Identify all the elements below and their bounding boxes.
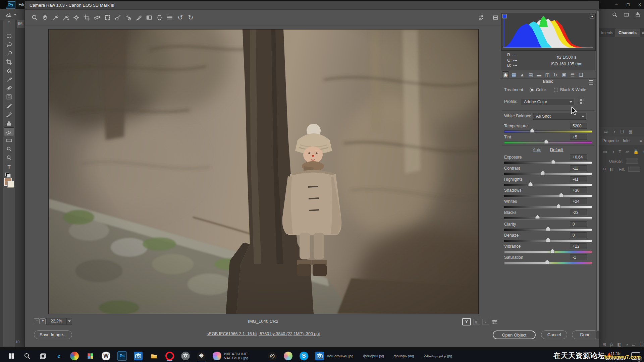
highlight-clipping-indicator[interactable]: ▲ xyxy=(590,14,594,18)
spiral-app-icon[interactable]: ◎ xyxy=(268,352,277,360)
slider-track[interactable] xyxy=(504,130,592,133)
slider-track[interactable] xyxy=(504,206,592,208)
minimize-button[interactable]: ─ xyxy=(615,2,618,7)
slider-thumb[interactable] xyxy=(556,204,561,208)
preferences-icon[interactable] xyxy=(165,12,175,22)
eraser-tool[interactable] xyxy=(4,127,14,136)
done-button[interactable]: Done xyxy=(572,330,599,339)
slider-value[interactable]: 0 xyxy=(570,221,587,227)
task-view-button[interactable] xyxy=(39,352,47,360)
sponge-tool[interactable] xyxy=(4,145,14,154)
toggle-preview-cycle-icon[interactable] xyxy=(476,13,486,23)
slider-value[interactable]: 0 xyxy=(570,232,587,238)
palette-app-icon[interactable] xyxy=(284,352,292,360)
tab-split-toning[interactable]: ▬ xyxy=(536,71,542,78)
frame-tool[interactable] xyxy=(4,93,14,101)
slider-thumb[interactable] xyxy=(528,182,533,186)
preview-settings-icon[interactable] xyxy=(491,318,498,325)
histogram[interactable]: ▲ xyxy=(501,13,596,51)
slider-value[interactable]: -1 xyxy=(570,254,587,260)
auto-link[interactable]: Auto xyxy=(533,147,541,152)
tab-channels[interactable]: Channels xyxy=(615,28,640,37)
toolbar-grip[interactable]: » xyxy=(3,19,15,23)
treatment-bw-radio[interactable]: Black & White xyxy=(554,87,586,92)
shadow-clipping-indicator[interactable] xyxy=(502,14,507,18)
tab-detail[interactable]: ▲ xyxy=(519,71,526,78)
preview-canvas[interactable] xyxy=(48,29,479,314)
rect-marquee-tool[interactable] xyxy=(4,32,14,40)
tab-basic[interactable]: ◉ xyxy=(502,71,509,78)
shield-app-icon[interactable] xyxy=(70,352,79,360)
workflow-options-link[interactable]: sRGB IEC61966-2.1; 16 bit; 5760 by 3840 … xyxy=(48,331,478,336)
maximize-button[interactable]: □ xyxy=(627,2,630,7)
gradient-tool[interactable] xyxy=(4,136,14,145)
default-link[interactable]: Default xyxy=(550,147,564,152)
slider-track[interactable] xyxy=(504,195,592,197)
window-label[interactable]: 2-براش-و-عطا.jpg xyxy=(421,354,452,358)
tab-hsl[interactable]: ▤ xyxy=(527,71,534,78)
rotate-right-icon[interactable]: ↻ xyxy=(185,12,196,22)
rotate-left-icon[interactable]: ↺ xyxy=(175,12,185,22)
pin-app-icon[interactable]: ИДЕАЛЬНЫЕ ЧАСТИЦЫ.jpg xyxy=(213,352,261,360)
white-balance-tool-icon[interactable] xyxy=(50,12,61,22)
slider-track[interactable] xyxy=(504,229,592,231)
transform-tool-icon[interactable] xyxy=(102,12,113,22)
slider-thumb[interactable] xyxy=(545,260,549,264)
slider-track[interactable] xyxy=(504,240,592,242)
slider-value[interactable]: -23 xyxy=(570,209,587,215)
slider-track[interactable] xyxy=(504,173,592,175)
eyedropper-tool[interactable] xyxy=(4,75,14,84)
treatment-color-radio[interactable]: Color xyxy=(530,87,546,92)
share-icon[interactable] xyxy=(635,12,641,18)
mixer-brush-tool[interactable] xyxy=(4,101,14,110)
zoom-in-button[interactable]: + xyxy=(40,318,46,324)
tab-presets[interactable]: ☰ xyxy=(569,71,576,78)
tab-lens-corrections[interactable]: ◫ xyxy=(544,71,551,78)
obs-icon[interactable]: ❋ xyxy=(197,352,206,360)
document-tab[interactable]: IM xyxy=(17,20,25,28)
profile-select[interactable]: Adobe Color xyxy=(521,98,575,105)
tab-tone-curve[interactable]: ▦ xyxy=(511,71,517,78)
cancel-button[interactable]: Cancel xyxy=(541,330,567,339)
tab-info[interactable]: Info xyxy=(623,138,630,143)
crop-tool[interactable] xyxy=(4,58,14,66)
crop-tool-icon[interactable] xyxy=(82,12,92,22)
tab-camera-calibration[interactable]: ▣ xyxy=(561,71,568,78)
tab-properties[interactable]: Propertie xyxy=(602,138,619,143)
brush-tool[interactable] xyxy=(4,110,14,119)
white-balance-select[interactable]: As Shot xyxy=(533,113,587,120)
slider-track[interactable] xyxy=(504,184,592,186)
photoshop-icon[interactable]: Ps xyxy=(117,351,127,361)
skype-icon[interactable]: S xyxy=(300,352,308,360)
slider-value[interactable]: +5 xyxy=(570,134,587,140)
toggle-fullscreen-icon[interactable] xyxy=(490,13,501,23)
slider-value[interactable]: -41 xyxy=(570,176,587,182)
panel-menu-icon[interactable]: ≡ xyxy=(640,138,642,143)
copy-settings-icon[interactable]: ▸ xyxy=(482,319,489,325)
slider-thumb[interactable] xyxy=(550,249,555,253)
slider-track[interactable] xyxy=(504,262,592,264)
slider-thumb[interactable] xyxy=(559,193,564,197)
w-app-icon[interactable]: W xyxy=(102,352,110,360)
hand-tool-icon[interactable] xyxy=(40,12,50,22)
panel-menu-icon[interactable]: ≡ xyxy=(642,30,644,35)
open-object-button[interactable]: Open Object xyxy=(493,330,536,339)
slider-thumb[interactable] xyxy=(546,227,550,231)
camera-app-icon-2[interactable]: мои огоньки.jpg xyxy=(315,352,353,360)
slider-track[interactable] xyxy=(504,141,592,144)
type-tool[interactable]: T xyxy=(4,162,14,171)
start-button[interactable] xyxy=(7,352,16,360)
dodge-tool[interactable] xyxy=(4,154,14,162)
swap-colors-icon[interactable] xyxy=(5,172,14,177)
tray-chevron-icon[interactable] xyxy=(592,353,598,359)
search-button[interactable] xyxy=(23,352,32,360)
spot-removal-tool-icon[interactable] xyxy=(113,12,123,22)
opera-icon[interactable] xyxy=(165,352,174,360)
photos-app-icon[interactable] xyxy=(86,352,95,360)
slider-value[interactable]: +12 xyxy=(570,243,587,249)
slider-thumb[interactable] xyxy=(546,238,550,242)
slider-value[interactable]: +24 xyxy=(570,198,587,204)
slider-thumb[interactable] xyxy=(551,160,555,164)
edge-icon[interactable]: e xyxy=(54,352,63,360)
scrollbar-thumb[interactable] xyxy=(597,11,599,331)
